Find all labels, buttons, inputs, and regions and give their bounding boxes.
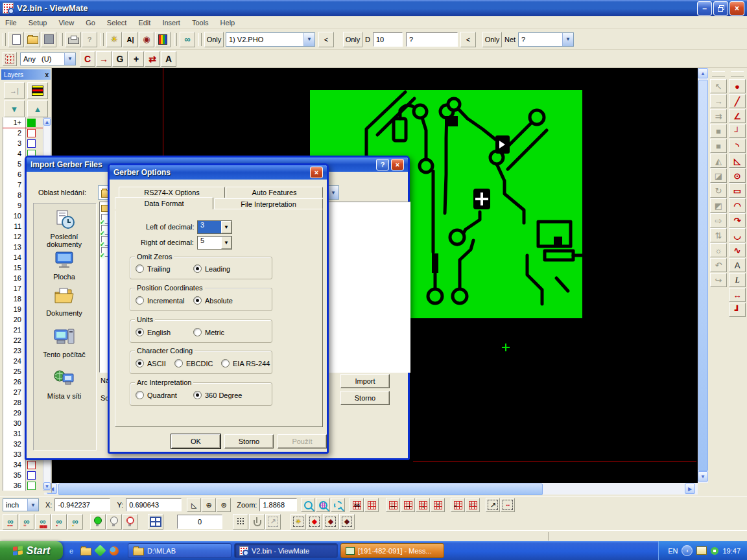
- draw-arc-angle-icon[interactable]: ◝: [729, 139, 746, 153]
- open-file-button[interactable]: [25, 32, 40, 47]
- layer-number[interactable]: 35: [3, 470, 26, 480]
- measure-button[interactable]: A|: [123, 32, 138, 47]
- scroll-down-icon[interactable]: ▼: [43, 482, 51, 490]
- move-pad-icon[interactable]: ⇨: [710, 213, 727, 228]
- ok-button[interactable]: OK: [171, 434, 220, 449]
- draw-pad-icon[interactable]: ●: [729, 79, 746, 93]
- nudge-button[interactable]: ↗: [265, 514, 281, 530]
- stretch-select-button[interactable]: ↗: [486, 498, 500, 512]
- tray-collapse-icon[interactable]: ‹: [682, 545, 693, 556]
- layer-color-swatch[interactable]: [27, 482, 36, 490]
- filled-square2-icon[interactable]: ■: [710, 139, 727, 153]
- draw-corner2-icon[interactable]: ┛: [729, 303, 746, 317]
- tab-rs274x-options[interactable]: RS274-X Options: [119, 187, 225, 198]
- taskbar-task-mlab[interactable]: D:\MLAB: [128, 543, 231, 558]
- grid-dcode-button[interactable]: oo: [350, 498, 364, 512]
- layer-number[interactable]: 8: [3, 190, 26, 200]
- layer-number[interactable]: 5: [3, 159, 26, 169]
- layer-off-button[interactable]: [106, 514, 122, 530]
- ie-quicklaunch-icon[interactable]: e: [65, 545, 77, 557]
- view-dots-button[interactable]: ∞•••: [3, 514, 18, 530]
- draw-line-icon[interactable]: ╱: [729, 94, 746, 108]
- layer-number[interactable]: 15: [3, 262, 26, 273]
- chevron-down-icon[interactable]: ▼: [327, 186, 338, 199]
- layer-down-button[interactable]: ▼: [4, 100, 25, 117]
- context-help-button[interactable]: ?: [82, 32, 97, 47]
- layer-number[interactable]: 34: [3, 460, 26, 470]
- close-icon[interactable]: x: [45, 71, 49, 78]
- draw-label-icon[interactable]: L: [729, 273, 746, 287]
- only-film-toggle[interactable]: Only: [204, 32, 224, 47]
- layer-number[interactable]: 4: [3, 148, 26, 159]
- draw-curve-icon[interactable]: ↷: [729, 213, 746, 228]
- pan-down-button[interactable]: ↓: [416, 498, 430, 512]
- dcode-filter-input[interactable]: ?: [406, 32, 458, 47]
- draw-polyline-icon[interactable]: ∠: [729, 109, 746, 123]
- toolbar-grip[interactable]: [712, 71, 725, 76]
- folder-quicklaunch-icon[interactable]: [80, 545, 91, 557]
- select-region-button[interactable]: ▪▪: [501, 498, 515, 512]
- snap-grid-button[interactable]: [233, 514, 248, 530]
- place-network[interactable]: Místa v síti: [35, 369, 93, 400]
- close-button[interactable]: ×: [391, 159, 404, 170]
- dcode-highlight-button[interactable]: [3, 52, 17, 66]
- zoom-value[interactable]: 1.8868: [259, 498, 297, 511]
- scroll-up-icon[interactable]: ▲: [698, 68, 708, 78]
- tray-card-icon[interactable]: [696, 546, 707, 555]
- layer-number[interactable]: 22: [3, 335, 26, 345]
- radio-english[interactable]: English: [136, 328, 171, 336]
- pan-up-button[interactable]: ↑: [431, 498, 445, 512]
- layer-number[interactable]: 30: [3, 418, 26, 428]
- layer-color-swatch[interactable]: [27, 461, 36, 469]
- pad-swap-button[interactable]: ◆: [323, 514, 338, 530]
- layer-number[interactable]: 24: [3, 356, 26, 366]
- quad-view-icon[interactable]: ◩: [710, 198, 727, 213]
- layer-number[interactable]: 13: [3, 242, 26, 252]
- select-dcode-button[interactable]: ◉: [139, 32, 154, 47]
- chevron-down-icon[interactable]: ▼: [562, 33, 573, 46]
- draw-corner-icon[interactable]: ┘: [729, 124, 746, 138]
- place-desktop[interactable]: Plocha: [35, 250, 93, 281]
- layer-color-swatch[interactable]: [27, 129, 36, 137]
- measure-angle-button[interactable]: ◺: [187, 498, 201, 512]
- zoom-tool-button[interactable]: [301, 498, 315, 512]
- chevron-down-icon[interactable]: ▼: [221, 221, 231, 233]
- layer-number[interactable]: 33: [3, 449, 26, 460]
- layer-number[interactable]: 25: [3, 366, 26, 377]
- view-lines-button[interactable]: ∞≡: [19, 514, 34, 530]
- film-stack-button[interactable]: [27, 82, 48, 99]
- dcode-c-button[interactable]: C: [80, 51, 95, 67]
- print-button[interactable]: [65, 32, 81, 47]
- layer-number[interactable]: 19: [3, 304, 26, 314]
- restore-button[interactable]: [713, 1, 728, 16]
- layer-number[interactable]: 21: [3, 325, 26, 335]
- pad-mode-button[interactable]: ◆: [307, 514, 322, 530]
- horizontal-scrollbar[interactable]: ◀ ▶: [44, 483, 698, 495]
- layer-row-1[interactable]: 1+: [3, 117, 43, 128]
- view-sketch-button[interactable]: ∞•—: [67, 514, 83, 530]
- layer-number[interactable]: 10: [3, 211, 26, 221]
- place-my-computer[interactable]: Tento počítač: [35, 327, 93, 358]
- radio-metric[interactable]: Metric: [193, 328, 224, 336]
- unit-combo[interactable]: inch ▼: [3, 498, 39, 511]
- layer-number[interactable]: 36: [3, 480, 26, 491]
- dcode-h-button[interactable]: ⇄: [145, 51, 160, 67]
- tab-auto-features[interactable]: Auto Features: [226, 187, 323, 198]
- film-colors-button[interactable]: [155, 32, 171, 47]
- scroll-right-icon[interactable]: ▶: [685, 484, 695, 494]
- menu-help[interactable]: Help: [220, 19, 235, 27]
- layer-number[interactable]: 20: [3, 314, 26, 325]
- layer-number[interactable]: 29: [3, 408, 26, 418]
- vscroll-thumb[interactable]: [698, 80, 708, 471]
- save-button[interactable]: [41, 32, 56, 47]
- layer-number[interactable]: 1+: [3, 117, 26, 128]
- filled-square-icon[interactable]: ■: [710, 124, 727, 138]
- center-target-button[interactable]: ⊕: [202, 498, 216, 512]
- radio-trailing[interactable]: Trailing: [136, 264, 171, 273]
- aperture-filter-combo[interactable]: Any (U) ▼: [20, 52, 76, 65]
- pan-left-button[interactable]: ←: [386, 498, 400, 512]
- mirror-icon[interactable]: ◭: [710, 154, 727, 168]
- place-documents[interactable]: Dokumenty: [35, 286, 93, 317]
- layer-number[interactable]: 9: [3, 200, 26, 211]
- radio-360-degree[interactable]: 360 Degree: [193, 391, 243, 399]
